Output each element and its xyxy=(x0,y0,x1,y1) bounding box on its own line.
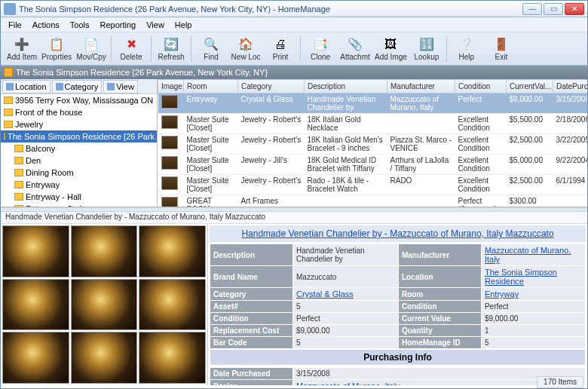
cell: Jewelry - Robert's xyxy=(238,114,305,134)
exit-icon: 🚪 xyxy=(494,37,509,52)
toolbar-proprties[interactable]: 📋Proprties xyxy=(40,34,73,64)
column-header[interactable]: Category xyxy=(238,80,305,93)
tree-node[interactable]: Entryway - Hall xyxy=(1,191,157,203)
column-header[interactable]: Description xyxy=(305,80,387,93)
menu-help[interactable]: Help xyxy=(170,19,197,31)
info-value: 1 xyxy=(481,325,585,337)
toolbar-label: Clone xyxy=(311,53,330,61)
window-title: The Sonia Simpson Residence (26 Park Ave… xyxy=(19,5,522,14)
menu-reporting[interactable]: Reporting xyxy=(96,19,141,31)
column-header[interactable]: Room xyxy=(184,80,238,93)
toolbar-lookup[interactable]: 🔢Lookup xyxy=(410,34,443,64)
column-header[interactable]: Condition xyxy=(455,80,507,93)
location-tree[interactable]: 3956 Terry Fox Way, Mississauga ONFront … xyxy=(1,94,157,207)
column-header[interactable]: Manufacturer xyxy=(387,80,455,93)
column-header[interactable]: CurrentVal... xyxy=(507,80,553,93)
column-header[interactable]: Image xyxy=(158,80,184,93)
tab-category[interactable]: Category xyxy=(52,80,103,93)
table-row[interactable]: Master Suite [Closet]Jewelry - Robert's1… xyxy=(158,114,588,134)
purchasing-header: Purchasing Info xyxy=(210,349,586,366)
tree-node[interactable]: Jewelry xyxy=(1,118,157,130)
gallery-image[interactable] xyxy=(2,225,69,277)
info-label: Bar Code xyxy=(210,337,293,349)
close-button[interactable]: ✕ xyxy=(565,3,584,15)
toolbar-additem[interactable]: ➕Add Item xyxy=(5,34,38,64)
cell: 6/1/1994 xyxy=(553,175,588,195)
tree-node[interactable]: The Sonia Simpson Residence [26 Park Ave… xyxy=(1,130,157,142)
tab-view[interactable]: View xyxy=(103,80,138,93)
toolbar-label: Attachmt xyxy=(340,53,369,61)
gallery-image[interactable] xyxy=(139,225,206,277)
toolbar-clone[interactable]: 📑Clone xyxy=(304,34,337,64)
info-link[interactable]: The Sonia Simpson Residence xyxy=(485,268,557,286)
info-link[interactable]: Mazzuccato of Murano, Italy xyxy=(296,381,400,385)
menu-actions[interactable]: Actions xyxy=(28,19,64,31)
tree-label: Entryway xyxy=(26,180,60,189)
cell: Master Suite [Closet] xyxy=(184,175,238,195)
pin-icon xyxy=(4,68,13,77)
delete-icon: ✖ xyxy=(124,37,139,52)
maximize-button[interactable]: ▭ xyxy=(544,3,563,15)
toolbar-refresh[interactable]: 🔄Refresh xyxy=(155,34,188,64)
tree-node[interactable]: Entryway xyxy=(1,179,157,191)
tab-label: View xyxy=(116,82,134,91)
table-row[interactable]: Master Suite [Closet]Jewelry - Jill's18K… xyxy=(158,155,588,175)
tree-node[interactable]: Den xyxy=(1,155,157,167)
location-icon xyxy=(6,83,14,90)
gallery-image[interactable] xyxy=(139,279,206,331)
gallery-image[interactable] xyxy=(2,279,69,331)
table-row[interactable]: EntrywayCrystal & GlassHandmade Venetian… xyxy=(158,93,588,114)
tree-node[interactable]: Entryway - Stairway xyxy=(1,203,157,207)
tree-label: The Sonia Simpson Residence [26 Park Ave… xyxy=(8,132,157,141)
gallery-image[interactable] xyxy=(71,225,138,277)
tree-node[interactable]: Dining Room xyxy=(1,167,157,179)
info-link[interactable]: Entryway xyxy=(485,289,519,299)
toolbar-exit[interactable]: 🚪Exit xyxy=(485,34,518,64)
toolbar: ➕Add Item📋Proprties📄Mov/Cpy✖Delete🔄Refre… xyxy=(1,32,587,66)
image-gallery[interactable] xyxy=(1,224,208,385)
tree-node[interactable]: Balcony xyxy=(1,142,157,155)
items-grid[interactable]: ImageRoomCategoryDescriptionManufacturer… xyxy=(158,79,587,207)
gallery-image[interactable] xyxy=(2,332,69,384)
menu-file[interactable]: File xyxy=(4,19,26,31)
table-row[interactable]: Master Suite [Closet]Jewelry - Robert'sR… xyxy=(158,175,588,195)
toolbar-addimge[interactable]: 🖼Add Imge xyxy=(373,34,409,64)
toolbar-newloc[interactable]: 🏠New Loc xyxy=(229,34,262,64)
info-value: Mazzuccato of Murano, Italy xyxy=(481,244,585,266)
info-label: Description xyxy=(210,244,293,266)
column-header[interactable]: DatePurchase xyxy=(553,80,588,93)
toolbar-print[interactable]: 🖨Print xyxy=(264,34,297,64)
cell: Piazza St. Marco - VENICE xyxy=(387,134,455,155)
lookup-icon: 🔢 xyxy=(419,37,434,52)
gallery-image[interactable] xyxy=(71,279,138,331)
toolbar-help[interactable]: ❔Help xyxy=(450,34,483,64)
table-row[interactable]: Master Suite [Closet]Jewelry - Robert's1… xyxy=(158,134,588,155)
toolbar-movcpy[interactable]: 📄Mov/Cpy xyxy=(75,34,108,64)
tree-label: Entryway - Hall xyxy=(26,192,81,201)
toolbar-attachmt[interactable]: 📎Attachmt xyxy=(338,34,372,64)
menubar: FileActionsToolsReportingViewHelp xyxy=(1,17,587,32)
menu-view[interactable]: View xyxy=(142,19,169,31)
cell: Jewelry - Robert's xyxy=(238,175,305,195)
cell: Perfect xyxy=(455,93,507,114)
tab-location[interactable]: Location xyxy=(2,80,51,93)
info-link[interactable]: Mazzuccato of Murano, Italy xyxy=(485,246,571,264)
gallery-image[interactable] xyxy=(71,332,138,384)
grid-panel: ImageRoomCategoryDescriptionManufacturer… xyxy=(158,79,587,207)
find-icon: 🔍 xyxy=(204,37,219,52)
menu-tools[interactable]: Tools xyxy=(66,19,94,31)
category-icon xyxy=(56,83,63,90)
info-value: Mazzuccato xyxy=(293,266,399,288)
detail-title-link[interactable]: Handmade Venetian Chandelier by - Mazzuc… xyxy=(241,228,553,239)
toolbar-find[interactable]: 🔍Find xyxy=(194,34,228,64)
help-icon: ❔ xyxy=(459,37,474,52)
table-row[interactable]: GREAT ROOMArt FramesPerfect (Same as the… xyxy=(158,195,588,207)
tree-node[interactable]: Front of the house xyxy=(1,106,157,118)
cell: RADO xyxy=(387,175,455,195)
minimize-button[interactable]: — xyxy=(522,3,542,15)
toolbar-delete[interactable]: ✖Delete xyxy=(115,34,148,64)
tab-label: Location xyxy=(15,82,47,91)
info-link[interactable]: Crystal & Glass xyxy=(296,289,354,299)
tree-node[interactable]: 3956 Terry Fox Way, Mississauga ON xyxy=(1,94,157,106)
gallery-image[interactable] xyxy=(139,332,206,384)
